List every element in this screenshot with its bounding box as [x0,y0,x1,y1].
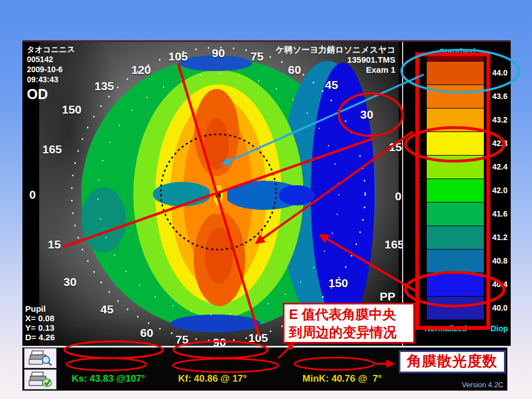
angle-label: 135 [94,79,114,93]
scale-row: 42.8 [427,132,532,155]
topography-map-panel: タオコニニス 005142 2009-10-6 09:43:43 OD ケ聘ソー… [22,42,402,346]
scale-value: 41.6 [484,202,532,226]
angle-label: 75 [250,50,263,63]
angle-label: 105 [248,331,268,345]
exam-date: 2009-10-6 [27,64,75,74]
scale-value: 40.0 [484,296,532,320]
topography-color-map [22,42,402,346]
scale-row: 40.0 [427,296,532,320]
angle-label: 15 [48,238,60,251]
e-value-note-line2: 到周边的变异情况 [289,323,413,341]
angle-label: 45 [325,78,338,92]
angle-label: 30 [63,275,76,289]
scale-row: 43.2 [427,108,532,132]
map-center-marker [216,193,221,198]
angle-label: 150 [328,276,348,290]
angle-label: 120 [131,63,151,77]
scale-value: 43.2 [484,108,532,132]
angle-label: 75 [175,333,188,346]
e-value-note-box: E 值代表角膜中央 到周边的变异情况 [283,303,415,344]
angle-label: 45 [100,303,113,316]
angle-label: 165 [384,238,402,251]
exam-time: 09:43:43 [27,74,75,85]
scale-swatch [427,155,484,179]
patient-id: 005142 [27,54,75,64]
angle-label: 165 [42,143,62,156]
device-title-right: ケ聘ソーヨ力錆ロソニメスヤコ [276,45,395,55]
pupil-d: D= 4.26 [25,332,55,342]
pupil-label: Pupil [25,304,55,313]
scale-value: 40.8 [484,249,532,273]
scale-value: 44.0 [484,61,532,85]
scale-value: 40.4 [484,273,532,296]
scale-swatch [427,179,484,202]
scale-swatch [427,132,484,155]
scale-row: 41.6 [427,202,532,226]
stat-ks: Ks: 43.83 @107° [72,373,145,384]
scale-swatch [427,85,484,108]
cyl-note-text: 角膜散光度数 [407,353,498,369]
pupil-readout: Pupil X= 0.08 Y= 0.13 D= 4.26 [25,304,55,342]
cyl-note-box: 角膜散光度数 [399,350,506,373]
angle-label: 90 [213,336,226,346]
scale-row: 42.4 [427,155,532,179]
patient-info-block: タオコニニス 005142 2009-10-6 09:43:43 OD [27,44,75,102]
slide-stage: タオコニニス 005142 2009-10-6 09:43:43 OD ケ聘ソー… [0,0,532,399]
scale-row: 40.8 [427,249,532,273]
scale-swatch [427,249,484,273]
scale-swatch [427,108,484,132]
e-value-note-line1: E 值代表角膜中央 [289,306,413,323]
device-title-left: タオコニニス [27,44,75,54]
angle-label: 150 [62,103,81,116]
angle-label-30-circled: 30 [360,108,373,121]
scale-row: 43.6 [427,85,532,108]
pupil-x: X= 0.08 [25,313,55,323]
pupil-y: Y= 0.13 [25,323,55,332]
scale-blocks: 44.0 43.6 43.2 42.8 42.4 42.0 41.6 41.2 … [427,61,532,320]
print-button[interactable] [24,369,57,389]
angle-label: 60 [140,326,153,340]
scale-value: 42.4 [484,155,532,179]
stat-kf: Kf: 40.86 @ 17° [178,373,261,384]
scale-row: 42.0 [427,179,532,202]
angle-label: 0 [29,188,36,201]
scale-value: 41.2 [484,226,532,249]
angle-label: 60 [288,63,301,77]
pp-label: PP [380,290,395,303]
scale-top-sliver [427,56,484,61]
color-scale-panel: Standard 44.0 43.6 43.2 42.8 42.4 42.0 4… [402,42,511,346]
scale-swatch [427,202,484,226]
scale-swatch [427,61,484,85]
angle-label: 90 [212,46,225,60]
version-label: Version 4.2C [462,381,503,389]
angle-label: 0 [395,190,402,203]
scale-normalized-label: Normalized [424,324,466,333]
scale-diop-label: Diop [491,324,508,333]
scale-value: 42.0 [484,179,532,202]
scale-value: 42.8 [484,132,532,155]
printer-check-icon [28,371,53,388]
scale-title: Standard [439,46,475,56]
scale-row: 40.4 [427,273,532,296]
eye-label: OD [27,86,75,102]
scale-swatch [427,296,484,320]
stat-mink: MinK: 40.76 @ 7° [302,373,381,384]
scale-row: 41.2 [427,226,532,249]
angle-label: 15 [389,140,402,154]
scale-swatch [427,226,484,249]
printer-magnifier-icon [28,350,53,367]
scale-swatch [427,273,484,296]
print-preview-button[interactable] [24,348,57,368]
scale-row: 44.0 [427,61,532,85]
scale-value: 43.6 [484,85,532,108]
angle-label: 105 [168,50,188,63]
